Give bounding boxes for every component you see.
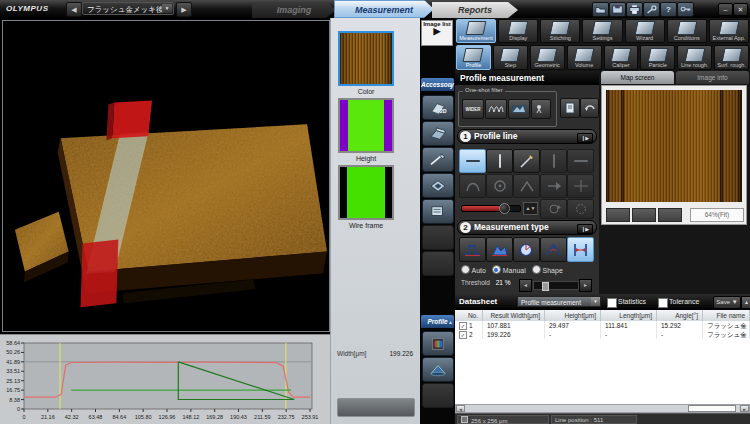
statistics-checkbox[interactable] xyxy=(607,298,617,308)
map-image[interactable] xyxy=(606,90,742,202)
tab-reports[interactable]: Reports xyxy=(432,2,518,18)
surface-filter-button[interactable] xyxy=(508,99,530,119)
radio-auto[interactable] xyxy=(461,265,470,274)
threshold-thumb[interactable] xyxy=(542,282,549,291)
chevron-down-icon[interactable]: ▼ xyxy=(162,4,172,13)
scroll-right-button[interactable]: ► xyxy=(740,405,749,412)
line-horizontal-button[interactable] xyxy=(459,149,486,173)
mode-step-button[interactable]: Step xyxy=(493,45,528,70)
threshold-decrease-button[interactable]: ◄ xyxy=(519,279,532,292)
tolerance-checkbox[interactable] xyxy=(658,298,668,308)
thumbnail-wireframe[interactable] xyxy=(338,165,394,220)
3d-preview-icon[interactable] xyxy=(422,357,454,382)
col-angle[interactable]: Angle[°] xyxy=(657,310,703,321)
layer-list-icon[interactable] xyxy=(422,199,454,224)
col-length[interactable]: Length[μm] xyxy=(601,310,657,321)
noise-filter-button[interactable] xyxy=(531,99,551,119)
tab-imaging[interactable]: Imaging xyxy=(252,2,336,18)
wider-filter-button[interactable]: WIDER xyxy=(462,99,484,119)
file-back-button[interactable]: ◀ xyxy=(66,2,82,17)
file-forward-button[interactable]: ▶ xyxy=(176,2,192,17)
print-icon[interactable] xyxy=(626,2,643,17)
col-height[interactable]: Height[μm] xyxy=(545,310,601,321)
help-icon[interactable]: ? xyxy=(660,2,677,17)
profile-line-header[interactable]: 1 Profile line ❙▶ xyxy=(457,129,597,144)
col-result-width[interactable]: Result Width[μm] xyxy=(483,310,545,321)
mode-line-roughness-button[interactable]: Line rough. xyxy=(677,45,712,70)
filter-undo-button[interactable] xyxy=(580,98,599,118)
view-2d-icon[interactable]: 2D xyxy=(422,95,454,120)
type-width-button[interactable] xyxy=(567,237,594,262)
line-free-button[interactable] xyxy=(513,149,540,173)
col-file-name[interactable]: File name xyxy=(703,310,750,321)
map-zoom-out-button[interactable] xyxy=(606,208,630,222)
mode-surface-roughness-button[interactable]: Surf. rough. xyxy=(714,45,749,70)
scroll-left-button[interactable]: ◄ xyxy=(456,405,465,412)
collapse-datasheet-button[interactable]: ▲ xyxy=(741,296,750,309)
image-list-button[interactable]: Image list ▶ xyxy=(421,20,453,46)
mode-caliper-button[interactable]: Caliper xyxy=(604,45,639,70)
type-angle-button[interactable] xyxy=(540,237,567,262)
tab-map-screen[interactable]: Map screen xyxy=(601,71,674,84)
col-no[interactable]: No. xyxy=(455,310,483,321)
toolbar-conditions-button[interactable]: Conditions xyxy=(667,19,707,43)
save-button[interactable]: Save ▼ xyxy=(713,296,741,309)
tab-image-info[interactable]: Image info xyxy=(676,71,749,84)
wrench-icon[interactable] xyxy=(643,2,660,17)
view-3d-icon[interactable] xyxy=(422,121,454,146)
toolbar-external-app-button[interactable]: External App. xyxy=(709,19,749,43)
toolbar-stitching-button[interactable]: Stitching xyxy=(540,19,580,43)
radio-manual[interactable] xyxy=(492,265,501,274)
row-checkbox[interactable]: ✓ xyxy=(459,331,467,339)
table-row[interactable]: ✓2 199.226 - - - フラッシュ金 xyxy=(455,330,750,339)
radio-shape[interactable] xyxy=(532,265,541,274)
tab-measurement[interactable]: Measurement xyxy=(334,0,434,18)
map-zoom-100-button[interactable] xyxy=(658,208,682,222)
expand-button[interactable]: ❙▶ xyxy=(577,133,593,143)
slider-thumb[interactable] xyxy=(499,203,510,214)
toolbar-display-button[interactable]: Display xyxy=(498,19,538,43)
threshold-slider[interactable] xyxy=(533,281,579,290)
filter-document-button[interactable] xyxy=(560,98,580,118)
table-row[interactable]: ✓1 107.881 29.497 111.841 15.292 フラッシュ金 xyxy=(455,321,750,330)
line-position-slider[interactable] xyxy=(461,205,521,212)
open-file-icon[interactable] xyxy=(592,2,609,17)
row-checkbox[interactable]: ✓ xyxy=(459,322,467,330)
datasheet-mode-dropdown[interactable]: Profile measurement ▼ xyxy=(517,296,601,307)
mode-geometric-button[interactable]: Geometric xyxy=(530,45,565,70)
type-area-button[interactable] xyxy=(486,237,513,262)
draw-profile-icon[interactable] xyxy=(422,147,454,172)
toolbar-measurement-button[interactable]: Measurement xyxy=(456,19,496,43)
close-button[interactable]: ✕ xyxy=(733,3,748,16)
expand-button[interactable]: ❙▶ xyxy=(577,224,593,234)
toolbar-settings-button[interactable]: Settings xyxy=(582,19,622,43)
line-vertical-button[interactable] xyxy=(486,149,513,173)
threshold-increase-button[interactable]: ► xyxy=(579,279,592,292)
horizontal-scrollbar[interactable]: ◄ ► xyxy=(455,404,750,413)
chevron-down-icon[interactable]: ▼ xyxy=(591,297,600,306)
profile-chart[interactable]: 58.6450.2641.8933.5125.1316.758.380021.1… xyxy=(0,334,330,424)
key-icon[interactable] xyxy=(677,2,694,17)
3d-surface-view[interactable] xyxy=(2,20,330,332)
type-step-button[interactable] xyxy=(459,237,486,262)
color-layer-icon[interactable] xyxy=(422,331,454,356)
file-selector-dropdown[interactable]: フラッシュ金メッキ後… ▼ xyxy=(82,2,174,15)
toolbar-wizard-button[interactable]: Wizard xyxy=(625,19,665,43)
plane-view-icon[interactable] xyxy=(422,173,454,198)
type-radius-button[interactable] xyxy=(513,237,540,262)
tab-profile-tools[interactable]: Profile▲ xyxy=(421,315,454,328)
tab-accessory[interactable]: Accessory▲ xyxy=(421,78,454,91)
apply-button[interactable] xyxy=(337,398,415,417)
save-icon[interactable] xyxy=(609,2,626,17)
minimize-button[interactable]: – xyxy=(718,3,733,16)
map-zoom-in-button[interactable] xyxy=(632,208,656,222)
thumbnail-height[interactable] xyxy=(338,98,394,153)
mode-particle-button[interactable]: Particle xyxy=(640,45,675,70)
mode-profile-button[interactable]: Profile xyxy=(456,45,491,70)
scrollbar-thumb[interactable] xyxy=(688,405,736,412)
measurement-type-header[interactable]: 2 Measurement type ❙▶ xyxy=(457,220,597,235)
wave-filter-button[interactable] xyxy=(485,99,507,119)
thumbnail-color[interactable] xyxy=(338,31,394,86)
line-position-spinner[interactable]: ▲▼ xyxy=(523,202,538,215)
mode-volume-button[interactable]: Volume xyxy=(567,45,602,70)
